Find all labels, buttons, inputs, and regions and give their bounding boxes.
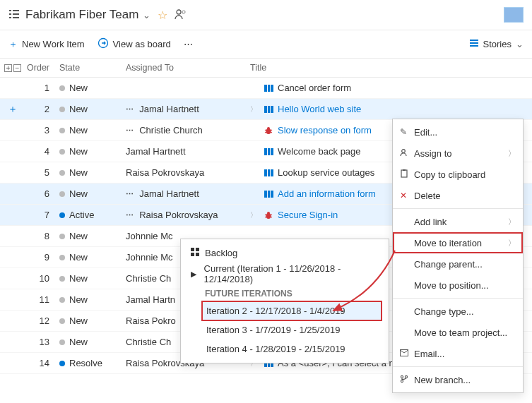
collapse-all-icon[interactable]: − [13, 64, 21, 72]
state-dot-icon [59, 212, 65, 218]
svg-point-19 [267, 127, 270, 130]
team-name[interactable]: Fabrikam Fiber Team [25, 8, 138, 22]
row-actions-button[interactable]: ⋯ [126, 211, 134, 219]
new-work-item-label: New Work Item [22, 39, 85, 49]
menu-email[interactable]: Email... [393, 343, 523, 364]
iteration-4-option[interactable]: Iteration 4 - 1/28/2019 - 2/15/2019 [202, 339, 382, 359]
menu-edit-label: Edit... [414, 127, 516, 138]
row-order: 4 [25, 146, 57, 157]
svg-rect-0 [9, 10, 11, 11]
iteration-current-option[interactable]: ▶ Current (Iteration 1 - 11/26/2018 - 12… [181, 263, 389, 284]
board-icon [97, 37, 109, 51]
table-header: + − Order State Assigned To Title [0, 59, 532, 78]
column-assigned[interactable]: Assigned To [123, 63, 247, 73]
expand-all-icon[interactable]: + [4, 64, 12, 72]
more-actions-button[interactable]: ⋯ [184, 39, 194, 49]
row-assigned: ⋯ Raisa Pokrovskaya [123, 210, 247, 220]
column-title[interactable]: Title [247, 63, 532, 73]
menu-change-parent-label: Change parent... [414, 259, 516, 270]
menu-delete-label: Delete [414, 191, 516, 201]
state-dot-icon [59, 318, 65, 324]
menu-assign-to[interactable]: Assign to 〉 [393, 143, 523, 164]
row-actions-button[interactable]: ⋯ [126, 190, 134, 198]
iteration-2-option[interactable]: Iteration 2 - 12/17/2018 - 1/4/2019 [202, 301, 382, 320]
iteration-3-option[interactable]: Iteration 3 - 1/7/2019 - 1/25/2019 [202, 320, 382, 339]
state-dot-icon [59, 234, 65, 239]
svg-point-7 [182, 11, 185, 13]
expand-row-icon[interactable]: 〉 [250, 210, 257, 220]
menu-new-branch[interactable]: New branch... [393, 369, 523, 390]
view-as-board-button[interactable]: View as board [97, 37, 171, 51]
menu-copy[interactable]: Copy to clipboard [393, 164, 523, 185]
menu-move-project[interactable]: Move to team project... [393, 322, 523, 343]
menu-move-position[interactable]: Move to position... [393, 275, 523, 296]
menu-move-iteration[interactable]: Move to iteration 〉 [393, 232, 523, 253]
svg-rect-12 [264, 85, 267, 92]
row-state: New [57, 125, 123, 136]
row-state: New [57, 104, 123, 114]
team-dropdown-icon[interactable]: ⌄ [143, 10, 150, 20]
state-dot-icon [59, 107, 65, 112]
svg-line-22 [265, 132, 266, 133]
chevron-down-icon: ⌄ [516, 39, 524, 49]
iteration-4-label: Iteration 4 - 1/28/2019 - 2/15/2019 [206, 344, 345, 354]
menu-change-type[interactable]: Change type... [393, 301, 523, 322]
new-work-item-button[interactable]: ＋ New Work Item [8, 38, 85, 51]
pbi-icon [264, 84, 273, 92]
row-order: 1 [25, 83, 57, 93]
state-dot-icon [59, 339, 65, 345]
expand-row-icon[interactable]: 〉 [250, 104, 257, 114]
svg-point-46 [402, 149, 406, 152]
mail-icon [400, 349, 414, 359]
iteration-backlog-option[interactable]: Backlog [181, 242, 389, 263]
iteration-submenu: Backlog ▶ Current (Iteration 1 - 11/26/2… [180, 239, 389, 363]
menu-change-parent[interactable]: Change parent... [393, 253, 523, 275]
row-actions-button[interactable]: ⋯ [126, 126, 134, 135]
column-state[interactable]: State [57, 63, 123, 73]
row-order: 13 [25, 337, 57, 347]
svg-line-38 [271, 217, 272, 217]
pbi-icon [264, 105, 273, 114]
current-label: Current (Iteration 1 - 11/26/2018 - 12/1… [204, 263, 379, 284]
row-state: New [57, 188, 123, 199]
svg-rect-24 [264, 148, 267, 155]
svg-rect-31 [268, 191, 270, 198]
favorite-star-icon[interactable]: ☆ [158, 8, 167, 22]
menu-add-link[interactable]: Add link 〉 [393, 211, 523, 232]
table-row[interactable]: 1New〉Cancel order form [0, 78, 532, 99]
state-dot-icon [59, 85, 65, 91]
menu-edit[interactable]: ✎ Edit... [393, 121, 523, 143]
row-title: Lookup service outages [278, 167, 374, 178]
branch-icon [400, 375, 414, 385]
row-order: 8 [25, 231, 57, 241]
team-members-icon[interactable] [175, 8, 187, 22]
row-state: New [57, 252, 123, 263]
menu-email-label: Email... [414, 349, 516, 359]
svg-rect-27 [264, 169, 267, 176]
svg-point-6 [177, 10, 181, 14]
row-add-button[interactable]: ＋ [0, 103, 25, 116]
svg-rect-47 [401, 170, 407, 177]
table-row[interactable]: ＋2New⋯ Jamal Hartnett〉Hello World web si… [0, 99, 532, 120]
toolbar: ＋ New Work Item View as board ⋯ Stories … [0, 30, 532, 59]
row-title-cell[interactable]: 〉Hello World web site [247, 104, 532, 114]
plus-icon: ＋ [8, 38, 18, 51]
svg-rect-30 [264, 191, 267, 198]
state-dot-icon [59, 191, 65, 197]
row-actions-button[interactable]: ⋯ [126, 105, 134, 114]
row-title-cell[interactable]: 〉Cancel order form [247, 83, 532, 93]
menu-change-type-label: Change type... [414, 306, 516, 317]
row-order: 14 [25, 358, 57, 368]
menu-delete[interactable]: ✕ Delete [393, 185, 523, 206]
svg-point-50 [401, 375, 403, 378]
menu-new-branch-label: New branch... [414, 375, 516, 385]
svg-line-36 [271, 215, 272, 215]
pbi-icon [264, 148, 273, 156]
view-as-board-label: View as board [113, 39, 171, 49]
svg-point-51 [401, 380, 403, 382]
expand-collapse-controls[interactable]: + − [0, 64, 25, 72]
column-order[interactable]: Order [25, 63, 57, 73]
user-avatar[interactable] [504, 7, 524, 23]
stories-dropdown[interactable]: Stories ⌄ [469, 38, 524, 50]
menu-add-link-label: Add link [414, 217, 508, 227]
